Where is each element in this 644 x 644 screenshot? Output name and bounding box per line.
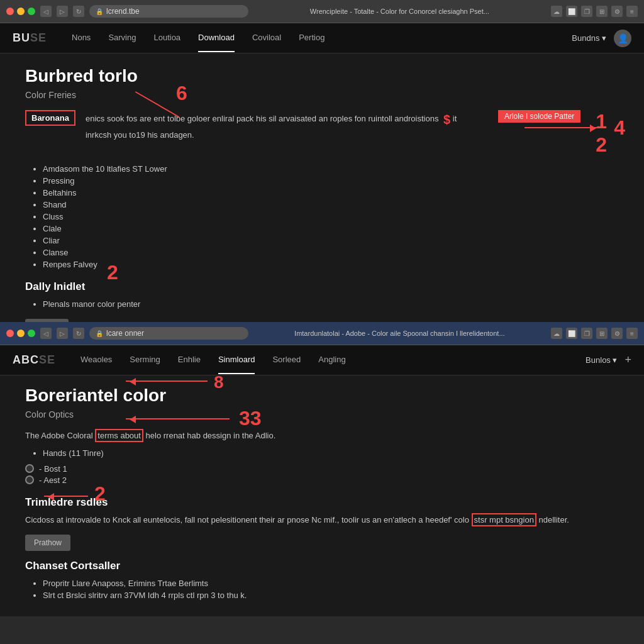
list-item: Clale bbox=[43, 224, 619, 233]
page-title-2: Boreriantel color bbox=[25, 386, 619, 406]
tab-title-2: Imtardunlatolai - Adobe - Color aile Spo… bbox=[253, 330, 546, 337]
list-item: Clanse bbox=[43, 248, 619, 257]
cloud-icon[interactable]: ☁ bbox=[551, 6, 562, 17]
list-item: Renpes Falvey bbox=[43, 260, 619, 269]
intro-para: The Adobe Coloral terms about helo rrena… bbox=[25, 430, 619, 442]
nav-logo-1: BUSE bbox=[13, 31, 47, 45]
preview-btn-2[interactable]: Prathow bbox=[25, 535, 70, 551]
radio-item-1: - Bost 1 bbox=[25, 464, 619, 474]
list-item: Amdasom the 10 ltlafies ST Lower bbox=[43, 164, 619, 174]
navbar-2: ABCSE Weaoles Serming Enhlie Sinmloard S… bbox=[0, 345, 644, 375]
refresh-button[interactable]: ↻ bbox=[73, 6, 84, 17]
nav-logo-2: ABCSE bbox=[13, 353, 55, 367]
nav-weaoles[interactable]: Weaoles bbox=[80, 346, 112, 374]
back-button[interactable]: ◁ bbox=[40, 6, 52, 17]
section2-list: Plenals manor color penter bbox=[25, 299, 619, 309]
address-bar-1[interactable]: 🔒 lcrend.tbe bbox=[89, 5, 248, 18]
item-list-2: Hands (11 Tinre) bbox=[25, 448, 619, 458]
grid-icon[interactable]: ⊞ bbox=[596, 6, 608, 17]
address-text-1: lcrend.tbe bbox=[106, 7, 140, 16]
plus-button[interactable]: + bbox=[625, 353, 631, 367]
item-list-1: Amdasom the 10 ltlafies ST Lower Pressin… bbox=[25, 164, 619, 269]
featured-desc-1: enics sook fos are ent tolbe goloer enli… bbox=[86, 110, 483, 142]
section3-heading: Chanset Cortsaller bbox=[25, 560, 619, 572]
back-button-2[interactable]: ◁ bbox=[40, 328, 52, 339]
gear-icon-2[interactable]: ⚙ bbox=[611, 328, 623, 339]
bundle-button-1[interactable]: Bundns ▾ bbox=[572, 33, 606, 43]
nav-links-2: Weaoles Serming Enhlie Sinmloard Sorleed… bbox=[80, 346, 586, 374]
featured-label-1: Baronana bbox=[25, 110, 75, 126]
dot-green-2 bbox=[28, 330, 35, 337]
section2-heading: Dally Inidlet bbox=[25, 280, 619, 293]
nav-sinmloard[interactable]: Sinmloard bbox=[218, 346, 255, 374]
dot-yellow-2 bbox=[17, 330, 25, 337]
nav-serming[interactable]: Serming bbox=[130, 346, 160, 374]
section3-list: Propritr Llare Anaposs, Erimins Trtae Be… bbox=[25, 579, 619, 600]
list-item: Slrt ct Brslci slritrv arn 37VM Idh 4 rr… bbox=[43, 591, 619, 600]
radio-label-1: - Bost 1 bbox=[39, 464, 67, 474]
bundle-button-2[interactable]: Bunlos ▾ bbox=[586, 355, 617, 365]
list-item: Hands (11 Tinre) bbox=[43, 448, 619, 458]
list-item: Beltahins bbox=[43, 188, 619, 197]
address-bar-2[interactable]: 🔒 lcare onner bbox=[89, 327, 248, 340]
list-item: Cluss bbox=[43, 212, 619, 221]
copy-icon-2[interactable]: ❐ bbox=[581, 328, 592, 339]
nav-coviloal[interactable]: Coviloal bbox=[252, 24, 281, 52]
nav-nons[interactable]: Nons bbox=[72, 24, 91, 52]
window-icon-2[interactable]: ⬜ bbox=[566, 328, 577, 339]
section2-heading-2: Trimledre rsdles bbox=[25, 496, 619, 509]
nav-angling[interactable]: Angling bbox=[318, 346, 345, 374]
section-subtitle-1: Color Freries bbox=[25, 90, 619, 100]
nav-sorleed[interactable]: Sorleed bbox=[272, 346, 301, 374]
list-item: Shand bbox=[43, 200, 619, 209]
dot-red-2 bbox=[6, 330, 14, 337]
list-item: Propritr Llare Anaposs, Erimins Trtae Be… bbox=[43, 579, 619, 588]
list-item: Plenals manor color penter bbox=[43, 299, 619, 309]
forward-button[interactable]: ▷ bbox=[57, 6, 68, 17]
navbar-1: BUSE Nons Sarving Loutioa Download Covil… bbox=[0, 23, 644, 53]
list-item: Pressing bbox=[43, 176, 619, 186]
highlight-text: stsr mpt bsngion bbox=[472, 513, 536, 526]
radio-label-2: - Aest 2 bbox=[39, 475, 67, 485]
tab-title-1: Wrencipleite - Totalte - Color for Conor… bbox=[253, 8, 546, 15]
featured-item-1: Baronana enics sook fos are ent tolbe go… bbox=[25, 110, 619, 157]
nav-links-1: Nons Sarving Loutioa Download Coviloal P… bbox=[72, 24, 572, 52]
address-text-2: lcare onner bbox=[106, 329, 144, 338]
section2-desc: Cicdoss at introvalde to Knck all euntel… bbox=[25, 514, 619, 526]
dot-yellow bbox=[17, 8, 25, 15]
nav-enhlie[interactable]: Enhlie bbox=[178, 346, 201, 374]
grid-icon-2[interactable]: ⊞ bbox=[596, 328, 608, 339]
dot-red bbox=[6, 8, 14, 15]
radio-item-2: - Aest 2 bbox=[25, 475, 619, 485]
nav-sarving[interactable]: Sarving bbox=[108, 24, 136, 52]
section-subtitle-2: Color Optics bbox=[25, 409, 619, 419]
nav-pertiog[interactable]: Pertiog bbox=[299, 24, 325, 52]
forward-button-2[interactable]: ▷ bbox=[57, 328, 68, 339]
nav-download[interactable]: Download bbox=[198, 24, 235, 52]
menu-icon-2[interactable]: ≡ bbox=[626, 328, 638, 339]
page-title-1: Burbred torlo bbox=[25, 66, 619, 86]
address-lock-icon: 🔒 bbox=[96, 8, 103, 15]
highlight-btn-1[interactable]: Arlole I solode Patter bbox=[498, 110, 580, 123]
copy-icon[interactable]: ❐ bbox=[581, 6, 592, 17]
gear-icon[interactable]: ⚙ bbox=[611, 6, 623, 17]
cloud-icon-2[interactable]: ☁ bbox=[551, 328, 562, 339]
dot-green bbox=[28, 8, 35, 15]
window-icon[interactable]: ⬜ bbox=[566, 6, 577, 17]
user-icon-1[interactable]: 👤 bbox=[614, 30, 631, 47]
refresh-button-2[interactable]: ↻ bbox=[73, 328, 84, 339]
nav-loutioa[interactable]: Loutioa bbox=[153, 24, 180, 52]
address-lock-icon-2: 🔒 bbox=[96, 330, 103, 337]
terms-highlight: terms about bbox=[95, 429, 143, 442]
menu-icon[interactable]: ≡ bbox=[626, 6, 638, 17]
list-item: Cliar bbox=[43, 236, 619, 245]
